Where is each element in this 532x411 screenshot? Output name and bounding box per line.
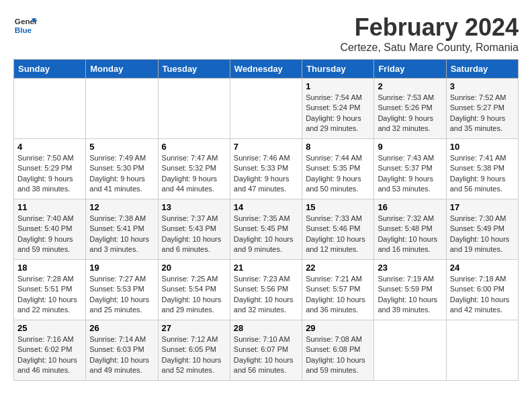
day-number: 7 <box>234 142 298 152</box>
calendar-cell: 9Sunrise: 7:43 AM Sunset: 5:37 PM Daylig… <box>374 139 446 199</box>
calendar-week-5: 25Sunrise: 7:16 AM Sunset: 6:02 PM Dayli… <box>14 320 519 381</box>
page-header: General Blue February 2024 Certeze, Satu… <box>13 13 519 54</box>
calendar-cell: 2Sunrise: 7:53 AM Sunset: 5:26 PM Daylig… <box>374 79 446 139</box>
day-info: Sunrise: 7:35 AM Sunset: 5:45 PM Dayligh… <box>234 214 298 255</box>
calendar-cell: 17Sunrise: 7:30 AM Sunset: 5:49 PM Dayli… <box>446 199 518 260</box>
day-number: 25 <box>17 323 82 333</box>
calendar-header-row: SundayMondayTuesdayWednesdayThursdayFrid… <box>14 60 519 79</box>
calendar-cell <box>230 79 302 139</box>
calendar-cell: 22Sunrise: 7:21 AM Sunset: 5:57 PM Dayli… <box>302 260 374 320</box>
header-monday: Monday <box>86 60 158 79</box>
day-number: 23 <box>378 263 442 273</box>
calendar-cell <box>158 79 230 139</box>
day-number: 6 <box>162 142 226 152</box>
day-number: 29 <box>306 323 370 333</box>
day-info: Sunrise: 7:43 AM Sunset: 5:37 PM Dayligh… <box>378 153 442 195</box>
calendar-cell: 7Sunrise: 7:46 AM Sunset: 5:33 PM Daylig… <box>230 139 302 199</box>
day-info: Sunrise: 7:41 AM Sunset: 5:38 PM Dayligh… <box>450 153 515 195</box>
day-number: 11 <box>17 202 82 212</box>
header-wednesday: Wednesday <box>230 60 302 79</box>
day-info: Sunrise: 7:19 AM Sunset: 5:59 PM Dayligh… <box>378 274 442 316</box>
day-info: Sunrise: 7:21 AM Sunset: 5:57 PM Dayligh… <box>306 274 370 316</box>
day-info: Sunrise: 7:08 AM Sunset: 6:08 PM Dayligh… <box>306 334 370 376</box>
calendar-cell: 15Sunrise: 7:33 AM Sunset: 5:46 PM Dayli… <box>302 199 374 260</box>
calendar-cell <box>446 320 518 381</box>
day-number: 19 <box>89 263 154 273</box>
calendar-cell: 5Sunrise: 7:49 AM Sunset: 5:30 PM Daylig… <box>86 139 158 199</box>
calendar-cell: 23Sunrise: 7:19 AM Sunset: 5:59 PM Dayli… <box>374 260 446 320</box>
logo-icon: General Blue <box>13 13 38 38</box>
day-number: 4 <box>17 142 82 152</box>
day-number: 14 <box>234 202 298 212</box>
calendar-table: SundayMondayTuesdayWednesdayThursdayFrid… <box>13 59 519 381</box>
calendar-cell: 4Sunrise: 7:50 AM Sunset: 5:29 PM Daylig… <box>14 139 86 199</box>
page-title: February 2024 <box>340 13 519 42</box>
day-number: 27 <box>162 323 226 333</box>
day-info: Sunrise: 7:32 AM Sunset: 5:48 PM Dayligh… <box>378 214 442 255</box>
calendar-cell: 8Sunrise: 7:44 AM Sunset: 5:35 PM Daylig… <box>302 139 374 199</box>
day-info: Sunrise: 7:33 AM Sunset: 5:46 PM Dayligh… <box>306 214 370 255</box>
calendar-cell: 29Sunrise: 7:08 AM Sunset: 6:08 PM Dayli… <box>302 320 374 381</box>
svg-text:Blue: Blue <box>15 26 32 34</box>
day-info: Sunrise: 7:37 AM Sunset: 5:43 PM Dayligh… <box>162 214 226 255</box>
calendar-week-1: 1Sunrise: 7:54 AM Sunset: 5:24 PM Daylig… <box>14 79 519 139</box>
day-info: Sunrise: 7:50 AM Sunset: 5:29 PM Dayligh… <box>17 153 82 195</box>
day-info: Sunrise: 7:47 AM Sunset: 5:32 PM Dayligh… <box>162 153 226 195</box>
day-number: 26 <box>89 323 154 333</box>
day-info: Sunrise: 7:18 AM Sunset: 6:00 PM Dayligh… <box>450 274 515 316</box>
day-info: Sunrise: 7:52 AM Sunset: 5:27 PM Dayligh… <box>450 93 515 134</box>
day-number: 18 <box>17 263 82 273</box>
day-info: Sunrise: 7:30 AM Sunset: 5:49 PM Dayligh… <box>450 214 515 255</box>
day-info: Sunrise: 7:38 AM Sunset: 5:41 PM Dayligh… <box>89 214 154 255</box>
header-friday: Friday <box>374 60 446 79</box>
calendar-cell: 19Sunrise: 7:27 AM Sunset: 5:53 PM Dayli… <box>86 260 158 320</box>
day-number: 10 <box>450 142 515 152</box>
calendar-cell <box>14 79 86 139</box>
calendar-cell: 26Sunrise: 7:14 AM Sunset: 6:03 PM Dayli… <box>86 320 158 381</box>
day-number: 17 <box>450 202 515 212</box>
day-info: Sunrise: 7:27 AM Sunset: 5:53 PM Dayligh… <box>89 274 154 316</box>
calendar-cell: 3Sunrise: 7:52 AM Sunset: 5:27 PM Daylig… <box>446 79 518 139</box>
header-saturday: Saturday <box>446 60 518 79</box>
day-info: Sunrise: 7:46 AM Sunset: 5:33 PM Dayligh… <box>234 153 298 195</box>
calendar-cell: 24Sunrise: 7:18 AM Sunset: 6:00 PM Dayli… <box>446 260 518 320</box>
calendar-cell: 16Sunrise: 7:32 AM Sunset: 5:48 PM Dayli… <box>374 199 446 260</box>
calendar-week-4: 18Sunrise: 7:28 AM Sunset: 5:51 PM Dayli… <box>14 260 519 320</box>
day-info: Sunrise: 7:53 AM Sunset: 5:26 PM Dayligh… <box>378 93 442 134</box>
calendar-cell: 1Sunrise: 7:54 AM Sunset: 5:24 PM Daylig… <box>302 79 374 139</box>
day-info: Sunrise: 7:10 AM Sunset: 6:07 PM Dayligh… <box>234 334 298 376</box>
day-number: 2 <box>378 81 442 91</box>
calendar-cell: 21Sunrise: 7:23 AM Sunset: 5:56 PM Dayli… <box>230 260 302 320</box>
calendar-cell: 28Sunrise: 7:10 AM Sunset: 6:07 PM Dayli… <box>230 320 302 381</box>
day-number: 5 <box>89 142 154 152</box>
day-number: 12 <box>89 202 154 212</box>
calendar-cell <box>374 320 446 381</box>
day-info: Sunrise: 7:25 AM Sunset: 5:54 PM Dayligh… <box>162 274 226 316</box>
header-sunday: Sunday <box>14 60 86 79</box>
day-info: Sunrise: 7:49 AM Sunset: 5:30 PM Dayligh… <box>89 153 154 195</box>
calendar-cell <box>86 79 158 139</box>
calendar-cell: 27Sunrise: 7:12 AM Sunset: 6:05 PM Dayli… <box>158 320 230 381</box>
day-info: Sunrise: 7:40 AM Sunset: 5:40 PM Dayligh… <box>17 214 82 255</box>
header-tuesday: Tuesday <box>158 60 230 79</box>
header-thursday: Thursday <box>302 60 374 79</box>
day-info: Sunrise: 7:12 AM Sunset: 6:05 PM Dayligh… <box>162 334 226 376</box>
calendar-cell: 6Sunrise: 7:47 AM Sunset: 5:32 PM Daylig… <box>158 139 230 199</box>
calendar-cell: 11Sunrise: 7:40 AM Sunset: 5:40 PM Dayli… <box>14 199 86 260</box>
day-number: 21 <box>234 263 298 273</box>
day-number: 1 <box>306 81 370 91</box>
day-info: Sunrise: 7:16 AM Sunset: 6:02 PM Dayligh… <box>17 334 82 376</box>
calendar-cell: 12Sunrise: 7:38 AM Sunset: 5:41 PM Dayli… <box>86 199 158 260</box>
day-number: 9 <box>378 142 442 152</box>
day-number: 15 <box>306 202 370 212</box>
day-number: 20 <box>162 263 226 273</box>
calendar-cell: 14Sunrise: 7:35 AM Sunset: 5:45 PM Dayli… <box>230 199 302 260</box>
day-info: Sunrise: 7:14 AM Sunset: 6:03 PM Dayligh… <box>89 334 154 376</box>
calendar-cell: 20Sunrise: 7:25 AM Sunset: 5:54 PM Dayli… <box>158 260 230 320</box>
calendar-cell: 25Sunrise: 7:16 AM Sunset: 6:02 PM Dayli… <box>14 320 86 381</box>
calendar-cell: 13Sunrise: 7:37 AM Sunset: 5:43 PM Dayli… <box>158 199 230 260</box>
day-number: 24 <box>450 263 515 273</box>
calendar-week-2: 4Sunrise: 7:50 AM Sunset: 5:29 PM Daylig… <box>14 139 519 199</box>
page-subtitle: Certeze, Satu Mare County, Romania <box>340 42 519 54</box>
calendar-cell: 18Sunrise: 7:28 AM Sunset: 5:51 PM Dayli… <box>14 260 86 320</box>
